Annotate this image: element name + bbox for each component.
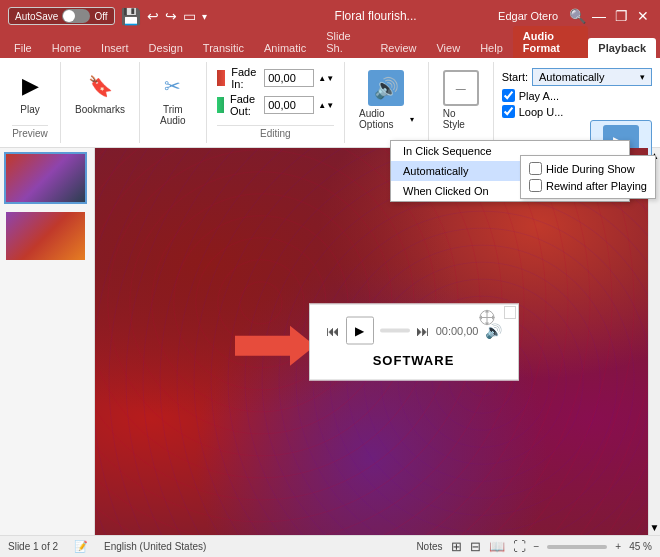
trim-audio-button[interactable]: ✂ Trim Audio: [148, 66, 198, 130]
audio-back-button[interactable]: ⏮: [326, 322, 340, 338]
start-controls: Start: Automatically ▾ Play A... Loop U.…: [502, 66, 652, 120]
audio-controls: ⏮ ▶ ⏭ 00:00,00 🔊: [326, 316, 502, 344]
loop-until-checkbox[interactable]: [502, 105, 515, 118]
audio-options-button[interactable]: 🔊 Audio Options ▾: [353, 66, 420, 134]
zoom-in-button[interactable]: +: [615, 541, 621, 552]
audio-options-arrow: ▾: [410, 115, 414, 124]
slide-1-thumb[interactable]: [4, 152, 87, 204]
audio-forward-button[interactable]: ⏭: [416, 322, 430, 338]
rewind-after-playing-checkbox[interactable]: [529, 179, 542, 192]
audio-options-label: Audio Options: [359, 108, 409, 130]
tab-view[interactable]: View: [426, 38, 470, 58]
start-dropdown-arrow: ▾: [640, 72, 645, 82]
fade-out-label: Fade Out:: [230, 93, 260, 117]
right-scrollbar[interactable]: ▲ ▼: [648, 148, 660, 535]
rewind-after-playing-row: Rewind after Playing: [529, 179, 647, 192]
tab-file[interactable]: File: [4, 38, 42, 58]
no-style-label: No Style: [443, 108, 479, 130]
autosave-toggle[interactable]: [62, 9, 90, 23]
bookmark-icon: 🔖: [84, 70, 116, 102]
tab-review[interactable]: Review: [370, 38, 426, 58]
view-present-icon[interactable]: ⛶: [513, 539, 526, 554]
hide-during-show-label: Hide During Show: [546, 163, 635, 175]
slide-info: Slide 1 of 2: [8, 541, 58, 552]
status-right: Notes ⊞ ⊟ 📖 ⛶ − + 45 %: [416, 539, 652, 554]
view-sorter-icon[interactable]: ⊟: [470, 539, 481, 554]
status-bar: Slide 1 of 2 📝 English (United States) N…: [0, 535, 660, 557]
fade-in-row: Fade In: ▲▼: [217, 66, 334, 90]
zoom-slider[interactable]: [547, 545, 607, 549]
tab-insert[interactable]: Insert: [91, 38, 139, 58]
main-area: 1 2: [0, 148, 660, 535]
window-title: Floral flourish...: [253, 9, 498, 23]
scroll-down-button[interactable]: ▼: [648, 520, 660, 535]
dropdown-icon[interactable]: ▾: [202, 11, 207, 22]
audio-widget[interactable]: ⏮ ▶ ⏭ 00:00,00 🔊 SOFTWARE: [309, 303, 519, 380]
audio-options-group: 🔊 Audio Options ▾: [345, 62, 429, 143]
maximize-button[interactable]: ❐: [612, 7, 630, 25]
minimize-button[interactable]: —: [590, 7, 608, 25]
no-style-group: — No Style: [429, 62, 494, 143]
search-icon[interactable]: 🔍: [568, 7, 586, 25]
editing-group: Fade In: ▲▼ Fade Out: ▲▼ Editing: [207, 62, 345, 143]
undo-icon[interactable]: ↩: [147, 8, 159, 24]
view-reading-icon[interactable]: 📖: [489, 539, 505, 554]
bookmarks-group: 🔖 Bookmarks: [61, 62, 140, 143]
arrow-indicator: [235, 320, 315, 373]
fade-in-label: Fade In:: [231, 66, 260, 90]
ribbon-tabs: File Home Insert Design Transitic Animat…: [0, 32, 660, 58]
resize-handle[interactable]: [504, 306, 516, 321]
tab-slideshow[interactable]: Slide Sh.: [316, 26, 370, 58]
play-button[interactable]: ▶ Play: [8, 66, 52, 119]
start-value: Automatically: [539, 71, 604, 83]
fade-out-input[interactable]: [264, 96, 314, 114]
toggle-state: Off: [94, 11, 107, 22]
play-across-row: Play A...: [502, 89, 652, 102]
slide-canvas: ⏮ ▶ ⏭ 00:00,00 🔊 SOFTWARE: [95, 148, 648, 535]
play-across-checkbox[interactable]: [502, 89, 515, 102]
rewind-after-playing-label: Rewind after Playing: [546, 180, 647, 192]
zoom-out-button[interactable]: −: [534, 541, 540, 552]
play-across-label: Play A...: [519, 90, 559, 102]
tab-home[interactable]: Home: [42, 38, 91, 58]
audio-progress-bar[interactable]: [380, 328, 410, 332]
audio-checkboxes-panel: Hide During Show Rewind after Playing: [520, 155, 656, 199]
preview-label: Preview: [12, 125, 48, 139]
tab-playback[interactable]: Playback: [588, 38, 656, 58]
audio-play-button[interactable]: ▶: [346, 316, 374, 344]
start-label: Start:: [502, 71, 528, 83]
no-style-button[interactable]: — No Style: [437, 66, 485, 134]
redo-icon[interactable]: ↪: [165, 8, 177, 24]
autosave-badge[interactable]: AutoSave Off: [8, 7, 115, 25]
tab-help[interactable]: Help: [470, 38, 513, 58]
zoom-level[interactable]: 45 %: [629, 541, 652, 552]
audio-options-label-row: Audio Options ▾: [359, 108, 414, 130]
tab-audio-format[interactable]: Audio Format: [513, 26, 589, 58]
tab-design[interactable]: Design: [139, 38, 193, 58]
slide-2-thumb[interactable]: [4, 210, 87, 262]
hide-during-show-row: Hide During Show: [529, 162, 647, 175]
tab-animations[interactable]: Animatic: [254, 38, 316, 58]
fade-in-input[interactable]: [264, 69, 314, 87]
bookmarks-button[interactable]: 🔖 Bookmarks: [69, 66, 131, 119]
title-bar-right: Edgar Otero 🔍 — ❐ ✕: [498, 7, 652, 25]
bookmarks-label: Bookmarks: [75, 104, 125, 115]
start-dropdown[interactable]: Automatically ▾: [532, 68, 652, 86]
autosave-label: AutoSave: [15, 11, 58, 22]
save-icon[interactable]: 💾: [121, 7, 141, 26]
arrow-shape: [235, 325, 315, 365]
fade-in-color-bar: [217, 70, 226, 86]
view-normal-icon[interactable]: ⊞: [451, 539, 462, 554]
user-name: Edgar Otero: [498, 10, 558, 22]
audio-time: 00:00,00: [436, 324, 479, 336]
tab-transitions[interactable]: Transitic: [193, 38, 254, 58]
fade-out-row: Fade Out: ▲▼: [217, 93, 334, 117]
close-button[interactable]: ✕: [634, 7, 652, 25]
play-label: Play: [20, 104, 39, 115]
present-icon[interactable]: ▭: [183, 8, 196, 24]
fade-out-spinner[interactable]: ▲▼: [318, 101, 334, 110]
notes-button[interactable]: Notes: [416, 541, 442, 552]
fade-in-spinner-up[interactable]: ▲▼: [318, 74, 334, 83]
hide-during-show-checkbox[interactable]: [529, 162, 542, 175]
start-row: Start: Automatically ▾: [502, 68, 652, 86]
